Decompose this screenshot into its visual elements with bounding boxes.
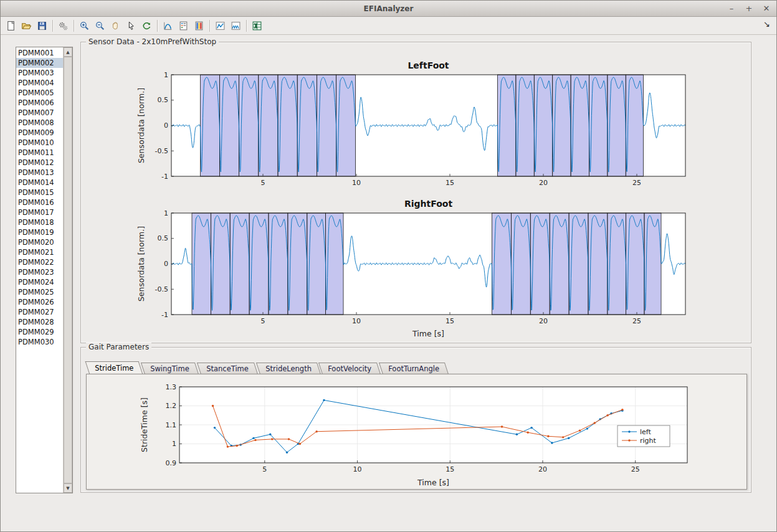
- list-item-PDMM011[interactable]: PDMM011: [16, 148, 63, 158]
- tab-label: StrideTime: [95, 364, 133, 373]
- toolbar-new-file-button[interactable]: [3, 18, 19, 34]
- stride-region: [259, 75, 278, 176]
- rightfoot-chart[interactable]: 510152025-1-0.500.51RightFootSensordata …: [135, 197, 696, 341]
- list-item-PDMM003[interactable]: PDMM003: [16, 68, 63, 78]
- svg-text:1.3: 1.3: [166, 383, 177, 391]
- stride-region: [569, 213, 588, 315]
- tab-stancetime[interactable]: StanceTime: [197, 363, 258, 374]
- minimize-button[interactable]: –: [727, 4, 736, 14]
- list-item-PDMM028[interactable]: PDMM028: [16, 317, 63, 327]
- line-plot-icon: [215, 21, 226, 31]
- scroll-up-button[interactable]: ▲: [64, 47, 72, 57]
- pan-hand-icon: [110, 21, 121, 31]
- tab-footturnangle[interactable]: FootTurnAngle: [379, 363, 449, 374]
- stride-region: [588, 213, 608, 315]
- dock-arrow-icon[interactable]: ↘: [763, 20, 770, 28]
- svg-text:-1: -1: [161, 311, 168, 319]
- toolbar-export-excel-button[interactable]: [249, 18, 265, 34]
- list-item-PDMM004[interactable]: PDMM004: [16, 78, 63, 88]
- legend-entry-right: right: [640, 437, 657, 445]
- list-item-PDMM020[interactable]: PDMM020: [16, 237, 63, 247]
- list-item-PDMM029[interactable]: PDMM029: [16, 327, 63, 337]
- marker-right: [562, 436, 564, 438]
- toolbar-zoom-in-button[interactable]: [77, 18, 92, 34]
- toolbar-rotate-3d-button[interactable]: [139, 18, 155, 34]
- svg-text:1: 1: [164, 71, 168, 79]
- list-item-PDMM014[interactable]: PDMM014: [16, 178, 63, 188]
- toolbar-open-folder-button[interactable]: [19, 18, 34, 34]
- stride-region: [550, 213, 569, 315]
- marker-right: [271, 438, 273, 440]
- list-item-PDMM021[interactable]: PDMM021: [16, 247, 63, 257]
- settings-gears-icon: [58, 21, 69, 31]
- toolbar-curve-fit-button[interactable]: [160, 18, 176, 34]
- svg-text:0.9: 0.9: [166, 459, 177, 467]
- stride-region: [336, 75, 356, 176]
- toolbar-separator: [157, 20, 158, 32]
- list-item-PDMM010[interactable]: PDMM010: [16, 138, 63, 148]
- svg-text:1: 1: [172, 440, 176, 448]
- scroll-down-button[interactable]: ▼: [64, 483, 72, 493]
- toolbar-pan-hand-button[interactable]: [108, 18, 123, 34]
- y-axis-label: StrideTime [s]: [140, 397, 149, 452]
- tab-footvelocity[interactable]: FootVelocity: [318, 363, 381, 374]
- toolbar-insert-colorbar-button[interactable]: [191, 18, 207, 34]
- list-item-PDMM009[interactable]: PDMM009: [16, 128, 63, 138]
- subject-list: PDMM001PDMM002PDMM003PDMM004PDMM005PDMM0…: [16, 48, 63, 493]
- tab-swingtime[interactable]: SwingTime: [141, 363, 199, 374]
- scroll-thumb[interactable]: [64, 57, 72, 483]
- stride-region: [278, 75, 297, 176]
- list-item-PDMM019[interactable]: PDMM019: [16, 227, 63, 237]
- list-item-PDMM016[interactable]: PDMM016: [16, 197, 63, 207]
- list-item-PDMM026[interactable]: PDMM026: [16, 297, 63, 307]
- stride-region: [608, 75, 626, 176]
- svg-text:15: 15: [446, 317, 454, 325]
- marker-left: [551, 442, 553, 444]
- stride-region: [530, 213, 550, 315]
- marker-right: [579, 429, 581, 431]
- leftfoot-chart[interactable]: 510152025-1-0.500.51LeftFootSensordata […: [135, 59, 696, 192]
- toolbar-separator: [209, 20, 210, 32]
- list-item-PDMM001[interactable]: PDMM001: [16, 48, 63, 58]
- list-item-PDMM023[interactable]: PDMM023: [16, 267, 63, 277]
- insert-legend-icon: [178, 21, 189, 31]
- stridetime-chart[interactable]: 5101520250.911.11.21.3StrideTime [s]Time…: [136, 379, 697, 489]
- marker-left: [516, 434, 518, 435]
- maximize-button[interactable]: +: [744, 4, 754, 14]
- list-item-PDMM013[interactable]: PDMM013: [16, 168, 63, 178]
- list-item-PDMM030[interactable]: PDMM030: [16, 337, 63, 347]
- toolbar-settings-gears-button[interactable]: [55, 18, 71, 34]
- list-item-PDMM005[interactable]: PDMM005: [16, 88, 63, 98]
- list-item-PDMM008[interactable]: PDMM008: [16, 118, 63, 128]
- toolbar-data-cursor-button[interactable]: [123, 18, 139, 34]
- list-item-PDMM027[interactable]: PDMM027: [16, 307, 63, 317]
- list-scrollbar[interactable]: ▲ ▼: [63, 47, 72, 493]
- tab-stridetime[interactable]: StrideTime: [85, 361, 143, 374]
- toolbar-zoom-out-button[interactable]: [92, 18, 108, 34]
- list-item-PDMM006[interactable]: PDMM006: [16, 98, 63, 108]
- stride-region: [571, 75, 589, 176]
- list-item-PDMM015[interactable]: PDMM015: [16, 188, 63, 197]
- marker-right: [621, 409, 623, 411]
- list-item-PDMM017[interactable]: PDMM017: [16, 207, 63, 217]
- stride-region: [553, 75, 571, 176]
- list-item-PDMM022[interactable]: PDMM022: [16, 257, 63, 267]
- subject-listbox[interactable]: PDMM001PDMM002PDMM003PDMM004PDMM005PDMM0…: [16, 47, 73, 493]
- legend[interactable]: leftright: [617, 425, 670, 447]
- list-item-PDMM012[interactable]: PDMM012: [16, 158, 63, 168]
- list-item-PDMM002[interactable]: PDMM002: [16, 58, 63, 68]
- list-item-PDMM018[interactable]: PDMM018: [16, 217, 63, 227]
- toolbar-insert-legend-button[interactable]: [176, 18, 191, 34]
- toolbar-line-plot-button[interactable]: [212, 18, 228, 34]
- svg-text:1.1: 1.1: [166, 421, 177, 429]
- list-item-PDMM024[interactable]: PDMM024: [16, 277, 63, 287]
- close-button[interactable]: ✕: [761, 4, 771, 14]
- list-item-PDMM007[interactable]: PDMM007: [16, 108, 63, 118]
- toolbar-separator: [246, 20, 247, 32]
- toolbar-save-file-button[interactable]: [34, 18, 50, 34]
- toolbar-peaks-plot-button[interactable]: [228, 18, 244, 34]
- list-item-PDMM025[interactable]: PDMM025: [16, 287, 63, 297]
- tab-stridelength[interactable]: StrideLength: [256, 363, 321, 374]
- chart-title: LeftFoot: [408, 60, 449, 70]
- toolbar-separator: [52, 20, 53, 32]
